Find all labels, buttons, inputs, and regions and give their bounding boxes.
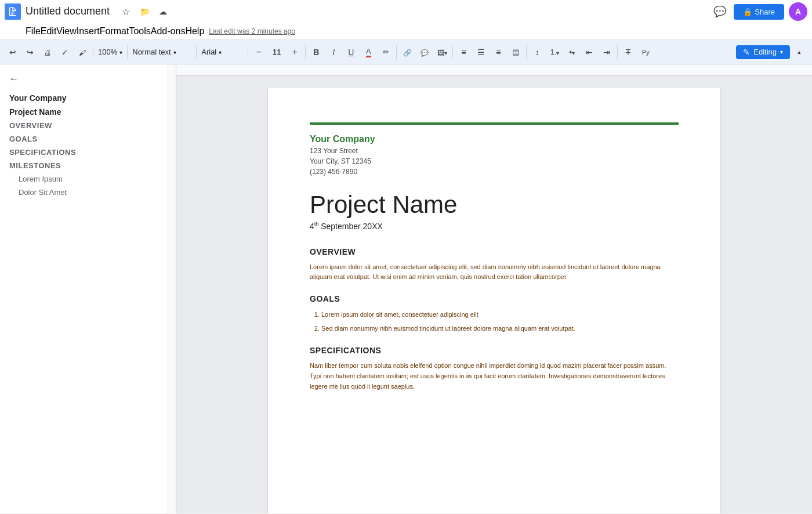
- drive-button[interactable]: 📁: [136, 3, 153, 20]
- text-color-icon: A: [366, 47, 371, 57]
- align-right-button[interactable]: ≡: [490, 44, 506, 60]
- sidebar-item-lorem[interactable]: Lorem Ipsum: [0, 172, 168, 186]
- bold-button[interactable]: B: [308, 44, 324, 60]
- image-button[interactable]: [434, 44, 450, 60]
- separator-3: [196, 45, 197, 59]
- specifications-body: Nam liber tempor cum soluta nobis eleife…: [310, 361, 679, 392]
- underline-button[interactable]: U: [343, 44, 359, 60]
- sidebar: ← Your Company Project Name OVERVIEW GOA…: [0, 64, 168, 513]
- underline-icon: U: [348, 48, 354, 57]
- undo-button[interactable]: [5, 44, 21, 60]
- back-arrow-icon: ←: [9, 74, 19, 84]
- overview-heading: OVERVIEW: [310, 247, 679, 256]
- sidebar-item-specifications[interactable]: SPECIFICATIONS: [0, 146, 168, 159]
- increase-indent-icon: ⇥: [603, 48, 610, 57]
- last-edit-link[interactable]: Last edit was 2 minutes ago: [209, 27, 295, 35]
- python-button[interactable]: Py: [637, 44, 654, 60]
- align-center-button[interactable]: ☰: [473, 44, 489, 60]
- paintformat-button[interactable]: [74, 44, 90, 60]
- line-spacing-icon: ↕: [535, 48, 539, 57]
- star-button[interactable]: ☆: [118, 3, 134, 20]
- font-size-increase-icon: [292, 47, 298, 57]
- menu-format[interactable]: Format: [100, 26, 129, 37]
- project-date: 4th September 20XX: [310, 221, 679, 231]
- menu-insert[interactable]: Insert: [77, 26, 100, 37]
- redo-button[interactable]: [22, 44, 38, 60]
- clear-formatting-icon: T̶: [626, 48, 630, 56]
- comment-button[interactable]: [416, 44, 433, 60]
- menu-tools[interactable]: Tools: [129, 26, 150, 37]
- redo-icon: [27, 48, 34, 57]
- sidebar-item-milestones[interactable]: MILESTONES: [0, 159, 168, 172]
- text-color-button[interactable]: A: [360, 44, 376, 60]
- title-bar-icons: ☆ 📁 ☁: [118, 3, 171, 20]
- bold-icon: B: [313, 48, 319, 57]
- zoom-chevron-icon: [119, 48, 122, 56]
- cloud-button[interactable]: ☁: [155, 3, 171, 20]
- sidebar-item-overview-label: OVERVIEW: [9, 121, 52, 130]
- header-right: 💬 🔒 Share A: [710, 2, 807, 21]
- menu-help[interactable]: Help: [185, 26, 204, 37]
- font-size-increase-button[interactable]: [287, 44, 303, 60]
- sidebar-item-goals[interactable]: GOALS: [0, 132, 168, 146]
- sidebar-item-goals-label: GOALS: [9, 135, 38, 143]
- menu-view[interactable]: View: [56, 26, 76, 37]
- numbered-list-icon: 1.: [550, 48, 556, 56]
- doc-title[interactable]: Untitled document: [26, 5, 110, 18]
- italic-button[interactable]: I: [325, 44, 342, 60]
- highlight-button[interactable]: ✏: [378, 44, 394, 60]
- align-justify-button[interactable]: ▤: [507, 44, 524, 60]
- link-button[interactable]: [399, 44, 415, 60]
- menu-addons[interactable]: Add-ons: [151, 26, 186, 37]
- app-header: Untitled document ☆ 📁 ☁ 💬 🔒 Share A File…: [0, 0, 812, 40]
- increase-indent-button[interactable]: ⇥: [599, 44, 615, 60]
- sidebar-item-dolor[interactable]: Dolor Sit Amet: [0, 186, 168, 199]
- date-rest: September 20XX: [318, 222, 383, 231]
- numbered-list-button[interactable]: 1.: [546, 44, 563, 60]
- user-avatar[interactable]: A: [789, 2, 807, 21]
- sidebar-item-company-label: Your Company: [9, 93, 67, 103]
- share-button[interactable]: 🔒 Share: [734, 4, 784, 20]
- font-size-decrease-icon: [256, 47, 262, 57]
- font-value: Arial: [201, 48, 216, 56]
- print-button[interactable]: [39, 44, 56, 60]
- align-center-icon: ☰: [477, 48, 485, 57]
- decrease-indent-button[interactable]: ⇤: [581, 44, 597, 60]
- bulleted-list-button[interactable]: •: [564, 44, 580, 60]
- doc-scroll[interactable]: Your Company 123 Your Street Your City, …: [176, 76, 812, 513]
- section-goals: GOALS Lorem ipsum dolor sit amet, consec…: [310, 294, 679, 335]
- horizontal-ruler: [176, 64, 812, 76]
- sidebar-back-button[interactable]: ←: [0, 71, 168, 86]
- menu-file[interactable]: File: [26, 26, 41, 37]
- project-title: Project Name: [310, 191, 679, 219]
- clear-formatting-button[interactable]: T̶: [620, 44, 636, 60]
- line-spacing-button[interactable]: ↕: [529, 44, 545, 60]
- italic-icon: I: [332, 48, 335, 57]
- separator-5: [305, 45, 306, 59]
- chat-button[interactable]: 💬: [710, 2, 729, 21]
- sidebar-item-company[interactable]: Your Company: [0, 91, 168, 105]
- spellcheck-button[interactable]: [57, 44, 73, 60]
- align-left-button[interactable]: ≡: [455, 44, 472, 60]
- share-label: Share: [755, 8, 775, 16]
- menu-row: File Edit View Insert Format Tools Add-o…: [0, 23, 812, 39]
- numbered-list-chevron-icon: [556, 48, 559, 57]
- sidebar-item-milestones-label: MILESTONES: [9, 161, 61, 170]
- align-justify-icon: ▤: [512, 48, 519, 56]
- editing-label: Editing: [753, 48, 777, 56]
- style-select[interactable]: Normal text: [130, 44, 194, 60]
- editing-mode-selector[interactable]: ✎ Editing ▾: [736, 45, 790, 59]
- sidebar-item-project-label: Project Name: [9, 107, 61, 117]
- menu-edit[interactable]: Edit: [41, 26, 57, 37]
- separator-9: [617, 45, 618, 59]
- print-icon: [44, 48, 51, 57]
- sidebar-item-project[interactable]: Project Name: [0, 105, 168, 119]
- zoom-select[interactable]: 100%: [96, 44, 125, 60]
- company-name: Your Company: [310, 134, 679, 144]
- company-phone: (123) 456-7890: [310, 166, 679, 177]
- link-icon: [403, 48, 412, 57]
- font-size-decrease-button[interactable]: [251, 44, 267, 60]
- sidebar-item-overview[interactable]: OVERVIEW: [0, 119, 168, 132]
- font-select[interactable]: Arial: [199, 44, 245, 60]
- scroll-to-top-button[interactable]: ▲: [791, 44, 807, 60]
